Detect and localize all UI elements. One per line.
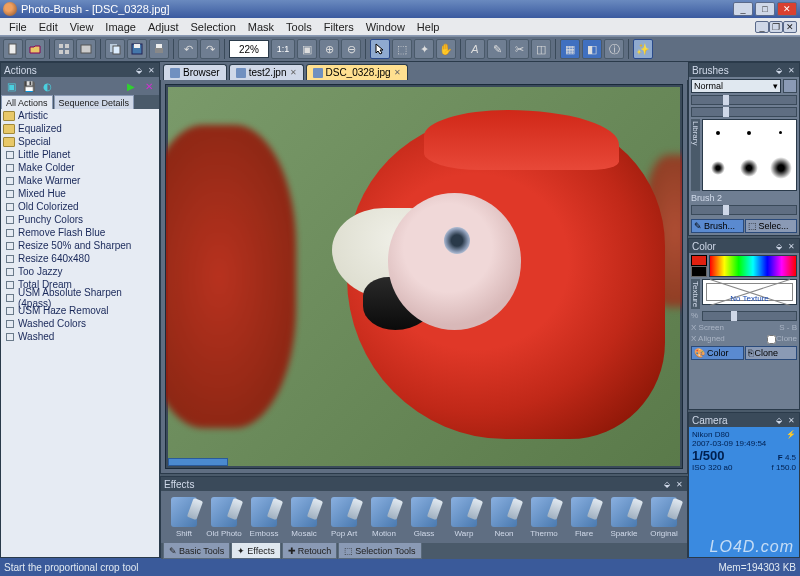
action-item[interactable]: Old Colorized [1, 200, 159, 213]
action-item[interactable]: USM Absolute Sharpen (4pass) [1, 291, 159, 304]
horizontal-scrollbar[interactable] [168, 458, 228, 466]
wand-tool[interactable]: ✦ [414, 39, 434, 59]
effect-thermo[interactable]: Thermo [525, 493, 563, 541]
action-folder[interactable]: Artistic [1, 109, 159, 122]
opacity-slider[interactable] [691, 95, 797, 105]
brush-preset[interactable] [734, 120, 764, 146]
effect-motion[interactable]: Motion [365, 493, 403, 541]
action-item[interactable]: Washed Colors [1, 317, 159, 330]
action-item[interactable]: Mixed Hue [1, 187, 159, 200]
menu-adjust[interactable]: Adjust [142, 18, 185, 35]
crop-tool[interactable]: ✂ [509, 39, 529, 59]
menu-image[interactable]: Image [99, 18, 142, 35]
effect-flare[interactable]: Flare [565, 493, 603, 541]
actions-close-icon[interactable]: ✕ [146, 65, 156, 75]
color-pin-icon[interactable]: ⬙ [774, 241, 784, 251]
library-side-tab[interactable]: Library [691, 119, 700, 191]
print-button[interactable] [149, 39, 169, 59]
blend-mode-select[interactable]: Normal▾ [691, 79, 781, 93]
brush-lock-icon[interactable] [783, 79, 797, 93]
mdi-minimize-button[interactable]: _ [755, 21, 769, 33]
tab-select[interactable]: ⬚Selec... [745, 219, 798, 233]
action-item[interactable]: Make Colder [1, 161, 159, 174]
save-button[interactable] [127, 39, 147, 59]
tab-close-icon[interactable]: ✕ [290, 68, 297, 77]
tab-browser[interactable]: Browser [163, 64, 227, 80]
menu-edit[interactable]: Edit [33, 18, 64, 35]
effect-original[interactable]: Original [645, 493, 683, 541]
tab-document[interactable]: test2.jpn✕ [229, 64, 304, 80]
brushes-pin-icon[interactable]: ⬙ [774, 65, 784, 75]
action-item[interactable]: Washed [1, 330, 159, 343]
action-item[interactable]: Resize 640x480 [1, 252, 159, 265]
color-close-icon[interactable]: ✕ [786, 241, 796, 251]
foreground-color[interactable] [691, 255, 707, 266]
action-folder[interactable]: Equalized [1, 122, 159, 135]
image-canvas[interactable] [168, 87, 680, 466]
action-item[interactable]: Too Jazzy [1, 265, 159, 278]
text-tool[interactable]: A [465, 39, 485, 59]
action-delete-icon[interactable]: ✕ [142, 79, 156, 93]
fit-button[interactable]: ▣ [297, 39, 317, 59]
tab-retouch[interactable]: ✚Retouch [282, 543, 338, 559]
action-new-icon[interactable]: ▣ [4, 79, 18, 93]
copy-button[interactable] [105, 39, 125, 59]
close-button[interactable]: ✕ [777, 2, 797, 16]
tab-effects[interactable]: ✦Effects [231, 543, 280, 559]
redo-button[interactable]: ↷ [200, 39, 220, 59]
minimize-button[interactable]: _ [733, 2, 753, 16]
action-item[interactable]: Resize 50% and Sharpen [1, 239, 159, 252]
texture-side-tab[interactable]: Texture [691, 279, 700, 309]
tab-sequence-details[interactable]: Sequence Details [54, 95, 135, 109]
clone-checkbox[interactable] [767, 335, 776, 344]
zoom-in-button[interactable]: ⊕ [319, 39, 339, 59]
tab-basic-tools[interactable]: ✎Basic Tools [163, 543, 230, 559]
effect-emboss[interactable]: Emboss [245, 493, 283, 541]
hand-tool[interactable]: ✋ [436, 39, 456, 59]
brush-preset[interactable] [703, 147, 733, 191]
camera-close-icon[interactable]: ✕ [786, 415, 796, 425]
menu-mask[interactable]: Mask [242, 18, 280, 35]
action-gear-icon[interactable]: ◐ [40, 79, 54, 93]
menu-selection[interactable]: Selection [185, 18, 242, 35]
menu-file[interactable]: File [3, 18, 33, 35]
zoom-out-button[interactable]: ⊖ [341, 39, 361, 59]
menu-window[interactable]: Window [360, 18, 411, 35]
action-folder[interactable]: Special [1, 135, 159, 148]
maximize-button[interactable]: □ [755, 2, 775, 16]
effect-glass[interactable]: Glass [405, 493, 443, 541]
effect-mosaic[interactable]: Mosaic [285, 493, 323, 541]
channels-button[interactable]: ◧ [582, 39, 602, 59]
tab-clone[interactable]: ⎘Clone [745, 346, 798, 360]
grid-button[interactable] [54, 39, 74, 59]
effect-warp[interactable]: Warp [445, 493, 483, 541]
tab-selection-tools[interactable]: ⬚Selection Tools [338, 543, 421, 559]
background-color[interactable] [691, 266, 707, 277]
effects-close-icon[interactable]: ✕ [674, 479, 684, 489]
layers-button[interactable]: ▦ [560, 39, 580, 59]
mdi-restore-button[interactable]: ❐ [769, 21, 783, 33]
menu-tools[interactable]: Tools [280, 18, 318, 35]
texture-preview[interactable]: No Texture [702, 279, 797, 305]
info-button[interactable]: ⓘ [604, 39, 624, 59]
effect-shift[interactable]: Shift [165, 493, 203, 541]
eyedropper-tool[interactable]: ✎ [487, 39, 507, 59]
zoom-input[interactable] [229, 40, 269, 58]
open-button[interactable] [25, 39, 45, 59]
brush-preset[interactable] [766, 147, 796, 191]
brush-preset[interactable] [766, 120, 796, 146]
new-button[interactable] [3, 39, 23, 59]
texture-opacity-slider[interactable] [702, 311, 797, 321]
effect-old-photo[interactable]: Old Photo [205, 493, 243, 541]
thumb-button[interactable] [76, 39, 96, 59]
undo-button[interactable]: ↶ [178, 39, 198, 59]
action-item[interactable]: Make Warmer [1, 174, 159, 187]
brushes-close-icon[interactable]: ✕ [786, 65, 796, 75]
effect-sparkle[interactable]: Sparkle [605, 493, 643, 541]
actions-pin-icon[interactable]: ⬙ [134, 65, 144, 75]
color-spectrum[interactable] [709, 255, 797, 277]
spacing-slider[interactable] [691, 205, 797, 215]
tab-close-icon[interactable]: ✕ [394, 68, 401, 77]
tab-document[interactable]: DSC_0328.jpg✕ [306, 64, 408, 80]
menu-filters[interactable]: Filters [318, 18, 360, 35]
